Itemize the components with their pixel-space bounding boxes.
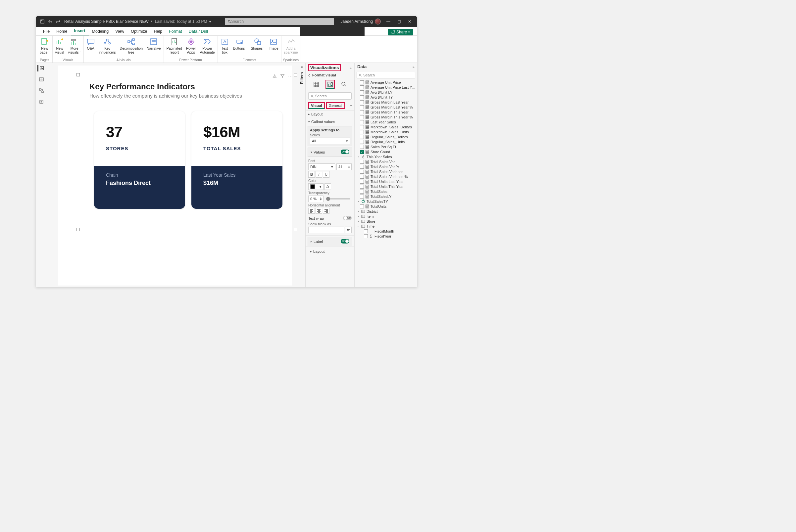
field-item[interactable]: Total Units This Year: [355, 184, 417, 189]
warning-icon[interactable]: ⚠: [272, 73, 277, 79]
ribbon-decomposition-tree[interactable]: Decompositiontree: [118, 36, 145, 58]
visual-selection[interactable]: ⚠ ⋯ Key Performance Indicators How effec…: [78, 75, 295, 230]
ribbon-shapes[interactable]: Shapes ˅: [249, 36, 267, 58]
section-layout-2[interactable]: ▸Layout: [308, 248, 352, 255]
align-left-button[interactable]: [308, 208, 315, 214]
file-name[interactable]: Retail Analysis Sample PBIX Blair Servic…: [64, 19, 149, 24]
field-checkbox[interactable]: [360, 190, 364, 193]
field-item[interactable]: TotalUnits: [355, 204, 417, 209]
field-item[interactable]: Total Sales Var %: [355, 164, 417, 169]
field-checkbox[interactable]: [360, 80, 364, 84]
tab-general-format[interactable]: General: [326, 102, 345, 109]
collapse-data-icon[interactable]: »: [413, 65, 415, 69]
field-item[interactable]: ›TotalSalesTY: [355, 199, 417, 204]
field-item[interactable]: Gross Margin Last Year: [355, 100, 417, 104]
ribbon-power-apps[interactable]: PowerApps: [184, 36, 198, 58]
build-visual-icon[interactable]: [312, 80, 321, 89]
field-item[interactable]: Average Unit Price Last Y...: [355, 85, 417, 90]
tab-modeling[interactable]: Modeling: [89, 28, 112, 35]
field-item[interactable]: Gross Margin This Year: [355, 110, 417, 114]
field-item[interactable]: Avg $/Unit LY: [355, 90, 417, 95]
ribbon-narrative[interactable]: Narrative: [145, 36, 163, 58]
expand-filters-icon[interactable]: «: [301, 65, 303, 69]
field-item[interactable]: Gross Margin This Year %: [355, 114, 417, 119]
font-size-input[interactable]: 41▴▾: [337, 164, 351, 170]
field-item[interactable]: Markdown_Sales_Dollars: [355, 125, 417, 129]
tab-optimize[interactable]: Optimize: [127, 28, 150, 35]
color-fx-button[interactable]: fx: [325, 183, 331, 190]
ribbon-qa[interactable]: Q&A: [85, 36, 97, 58]
show-blank-input[interactable]: [308, 227, 344, 233]
font-family-dropdown[interactable]: DIN▾: [308, 164, 335, 170]
user-label[interactable]: Jaeden Armstrong: [341, 19, 381, 24]
color-picker[interactable]: ▾: [308, 183, 324, 190]
ribbon-key-influencers[interactable]: Keyinfluencers: [97, 36, 118, 58]
field-item[interactable]: TotalSales: [355, 189, 417, 194]
field-checkbox[interactable]: [360, 145, 364, 149]
resize-handle[interactable]: [294, 73, 297, 76]
field-item[interactable]: Regular_Sales_Units: [355, 139, 417, 144]
tab-view[interactable]: View: [112, 28, 127, 35]
more-icon[interactable]: ⋯: [288, 73, 293, 79]
redo-icon[interactable]: [56, 19, 61, 24]
kpi-card-sales[interactable]: $16M TOTAL SALES Last Year Sales $16M: [192, 111, 283, 209]
maximize-icon[interactable]: ▢: [397, 19, 401, 24]
field-checkbox[interactable]: [360, 135, 364, 139]
field-checkbox[interactable]: [360, 115, 364, 119]
field-checkbox[interactable]: [360, 95, 364, 99]
report-view-icon[interactable]: [37, 65, 44, 72]
transparency-slider[interactable]: [326, 198, 350, 200]
viz-search-input[interactable]: [315, 94, 349, 98]
field-item[interactable]: Markdown_Sales_Units: [355, 129, 417, 134]
field-checkbox[interactable]: [360, 179, 364, 184]
global-search[interactable]: [225, 18, 334, 25]
minimize-icon[interactable]: —: [386, 19, 391, 24]
values-toggle[interactable]: On: [341, 150, 349, 154]
underline-button[interactable]: U: [323, 171, 329, 178]
tab-format[interactable]: Format: [166, 28, 185, 35]
analytics-icon[interactable]: [339, 80, 349, 89]
tab-home[interactable]: Home: [53, 28, 71, 35]
field-item[interactable]: FiscalYear: [355, 233, 417, 239]
field-checkbox[interactable]: [360, 110, 364, 114]
data-search-input[interactable]: [363, 73, 413, 77]
kpi-card-stores[interactable]: 37 STORES Chain Fashions Direct: [94, 111, 185, 209]
tab-help[interactable]: Help: [150, 28, 166, 35]
filter-icon[interactable]: [280, 73, 285, 79]
field-item[interactable]: Total Sales Variance %: [355, 174, 417, 179]
bold-button[interactable]: B: [308, 171, 315, 178]
field-checkbox[interactable]: [360, 205, 364, 208]
model-view-icon[interactable]: [38, 87, 45, 94]
align-right-button[interactable]: [323, 208, 329, 214]
undo-icon[interactable]: [48, 19, 53, 24]
italic-button[interactable]: I: [315, 171, 322, 178]
collapse-viz-icon[interactable]: »: [350, 66, 351, 70]
ribbon-new-page[interactable]: Newpage ˅: [38, 36, 52, 58]
tab-file[interactable]: File: [40, 28, 53, 35]
field-item[interactable]: Average Unit Price: [355, 80, 417, 85]
field-checkbox[interactable]: [360, 100, 364, 104]
field-item[interactable]: ›District: [355, 209, 417, 214]
field-checkbox[interactable]: ✓: [360, 150, 364, 154]
section-layout[interactable]: ▸Layout: [306, 111, 354, 118]
table-view-icon[interactable]: [38, 76, 45, 83]
align-center-button[interactable]: [315, 208, 322, 214]
field-item[interactable]: FiscalMonth: [355, 229, 417, 233]
field-checkbox[interactable]: [360, 194, 364, 198]
format-visual-icon[interactable]: [325, 80, 335, 89]
textwrap-toggle[interactable]: Off: [343, 216, 351, 220]
ribbon-text-box[interactable]: Textbox: [219, 36, 231, 58]
ribbon-new-visual[interactable]: Newvisual: [53, 36, 66, 58]
close-icon[interactable]: ✕: [407, 19, 412, 24]
show-blank-fx-button[interactable]: fx: [345, 227, 351, 233]
filters-label[interactable]: Filters: [300, 72, 304, 84]
field-item[interactable]: Total Sales Variance: [355, 169, 417, 174]
field-checkbox[interactable]: [360, 86, 364, 89]
field-checkbox[interactable]: [360, 140, 364, 144]
tab-visual-format[interactable]: Visual: [308, 102, 325, 109]
section-label[interactable]: ▸Label On: [308, 237, 352, 246]
field-item[interactable]: Total Units Last Year: [355, 179, 417, 184]
section-callout-values[interactable]: ▾Callout values: [306, 118, 354, 126]
field-item[interactable]: ›Item: [355, 214, 417, 219]
resize-handle[interactable]: [294, 228, 297, 231]
